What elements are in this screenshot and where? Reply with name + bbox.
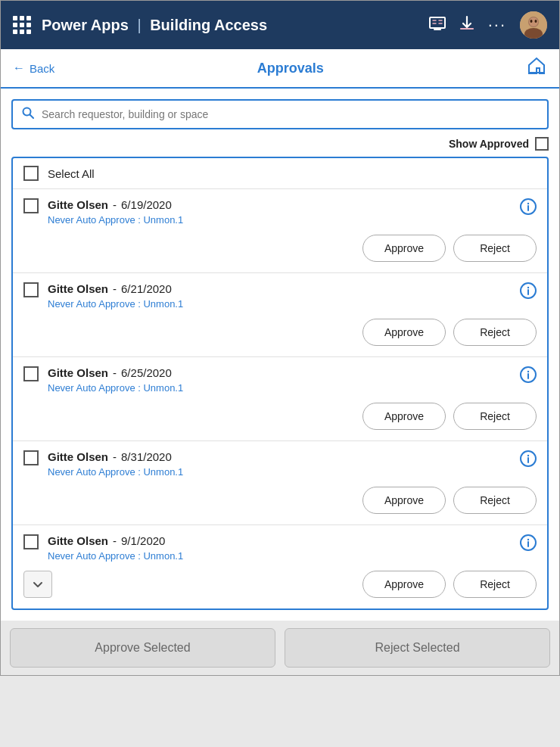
approval-info: Gitte Olsen - 9/1/2020 Never Auto Approv…: [48, 534, 511, 562]
approval-date: 9/1/2020: [121, 534, 165, 547]
approvals-list: Select All Gitte Olsen - 6/19/2020 Never…: [11, 157, 549, 610]
show-approved-row: Show Approved: [11, 137, 549, 151]
approval-actions: Approve Reject: [23, 403, 537, 430]
approve-button[interactable]: Approve: [362, 487, 446, 514]
info-icon[interactable]: [520, 450, 537, 471]
top-bar: Power Apps | Building Access ···: [1, 1, 559, 49]
approve-button[interactable]: Approve: [362, 235, 446, 262]
approval-name-row: Gitte Olsen - 6/21/2020: [48, 282, 511, 295]
app-name-label: Power Apps: [42, 17, 129, 33]
nav-title: Approvals: [54, 61, 526, 76]
svg-point-5: [530, 20, 533, 23]
svg-point-14: [527, 371, 529, 372]
approval-checkbox[interactable]: [23, 366, 39, 381]
reject-selected-button[interactable]: Reject Selected: [285, 628, 550, 668]
approval-date: 8/31/2020: [121, 450, 172, 463]
approval-sub[interactable]: Never Auto Approve : Unmon.1: [48, 550, 511, 562]
back-arrow-icon: ←: [13, 61, 25, 75]
select-all-label: Select All: [48, 167, 95, 180]
select-all-row: Select All: [13, 158, 547, 189]
top-bar-actions: ···: [429, 11, 547, 39]
app-container: Power Apps | Building Access ···: [0, 0, 560, 676]
search-bar: [11, 99, 549, 129]
approval-checkbox[interactable]: [23, 198, 39, 213]
svg-point-6: [535, 20, 537, 23]
approval-item: Gitte Olsen - 8/31/2020 Never Auto Appro…: [13, 441, 547, 525]
svg-point-10: [527, 203, 529, 204]
search-input[interactable]: [42, 108, 538, 120]
screen-icon[interactable]: [429, 17, 446, 34]
approval-header: Gitte Olsen - 9/1/2020 Never Auto Approv…: [23, 534, 537, 562]
approval-sub[interactable]: Never Auto Approve : Unmon.1: [48, 382, 511, 394]
approval-name-row: Gitte Olsen - 6/25/2020: [48, 366, 511, 379]
info-icon[interactable]: [520, 366, 537, 387]
back-label: Back: [30, 62, 54, 75]
info-icon[interactable]: [520, 282, 537, 303]
approval-name: Gitte Olsen: [48, 282, 108, 295]
approval-name-row: Gitte Olsen - 6/19/2020: [48, 198, 511, 211]
approval-dash: -: [113, 534, 117, 547]
approval-actions: Approve Reject: [23, 571, 537, 598]
info-icon[interactable]: [520, 534, 537, 555]
approval-info: Gitte Olsen - 6/21/2020 Never Auto Appro…: [48, 282, 511, 310]
approval-sub[interactable]: Never Auto Approve : Unmon.1: [48, 214, 511, 226]
approval-info: Gitte Olsen - 6/25/2020 Never Auto Appro…: [48, 366, 511, 394]
approval-name: Gitte Olsen: [48, 366, 108, 379]
download-icon[interactable]: [459, 15, 474, 36]
back-button[interactable]: ← Back: [13, 61, 54, 75]
svg-rect-7: [529, 72, 544, 73]
approval-actions: Approve Reject: [23, 319, 537, 346]
more-icon[interactable]: ···: [488, 15, 506, 35]
approval-actions: Approve Reject: [23, 487, 537, 514]
approval-header: Gitte Olsen - 6/21/2020 Never Auto Appro…: [23, 282, 537, 310]
approval-dash: -: [113, 198, 117, 211]
svg-point-18: [527, 539, 529, 540]
avatar[interactable]: [520, 11, 547, 39]
approve-button[interactable]: Approve: [362, 403, 446, 430]
reject-button[interactable]: Reject: [453, 319, 537, 346]
approve-button[interactable]: Approve: [362, 571, 446, 598]
svg-point-16: [527, 455, 529, 456]
approval-header: Gitte Olsen - 8/31/2020 Never Auto Appro…: [23, 450, 537, 478]
show-approved-checkbox[interactable]: [535, 137, 549, 151]
approval-name: Gitte Olsen: [48, 534, 108, 547]
content-area: Show Approved Select All Gitte Olsen -: [1, 89, 559, 621]
approval-checkbox[interactable]: [23, 282, 39, 297]
reject-button[interactable]: Reject: [453, 403, 537, 430]
approval-checkbox[interactable]: [23, 534, 39, 549]
approval-dash: -: [113, 450, 117, 463]
reject-button[interactable]: Reject: [453, 487, 537, 514]
bottom-bar: Approve Selected Reject Selected: [1, 621, 559, 675]
approval-sub[interactable]: Never Auto Approve : Unmon.1: [48, 298, 511, 310]
svg-point-12: [527, 287, 529, 288]
grid-icon[interactable]: [13, 16, 31, 34]
approval-item: Gitte Olsen - 6/25/2020 Never Auto Appro…: [13, 357, 547, 441]
approval-checkbox[interactable]: [23, 450, 39, 465]
search-icon: [22, 107, 34, 122]
page-name-label: Building Access: [150, 17, 267, 33]
approve-selected-button[interactable]: Approve Selected: [10, 628, 275, 668]
approval-name: Gitte Olsen: [48, 198, 108, 211]
approval-item: Gitte Olsen - 6/21/2020 Never Auto Appro…: [13, 273, 547, 357]
approval-name-row: Gitte Olsen - 8/31/2020: [48, 450, 511, 463]
info-icon[interactable]: [520, 198, 537, 219]
approval-name-row: Gitte Olsen - 9/1/2020: [48, 534, 511, 547]
approval-dash: -: [113, 366, 117, 379]
nav-bar: ← Back Approvals: [1, 49, 559, 89]
top-bar-title: Power Apps | Building Access: [42, 17, 429, 34]
approval-item: Gitte Olsen - 9/1/2020 Never Auto Approv…: [13, 525, 547, 608]
approval-sub[interactable]: Never Auto Approve : Unmon.1: [48, 466, 511, 478]
approval-info: Gitte Olsen - 8/31/2020 Never Auto Appro…: [48, 450, 511, 478]
approval-actions: Approve Reject: [23, 235, 537, 262]
approval-dash: -: [113, 282, 117, 295]
approve-button[interactable]: Approve: [362, 319, 446, 346]
approval-date: 6/25/2020: [121, 366, 172, 379]
show-approved-label: Show Approved: [449, 138, 529, 150]
select-all-checkbox[interactable]: [23, 166, 39, 181]
reject-button[interactable]: Reject: [453, 571, 537, 598]
approval-header: Gitte Olsen - 6/19/2020 Never Auto Appro…: [23, 198, 537, 226]
reject-button[interactable]: Reject: [453, 235, 537, 262]
approval-date: 6/19/2020: [121, 198, 172, 211]
home-button[interactable]: [526, 55, 547, 81]
chevron-button[interactable]: [23, 571, 52, 598]
